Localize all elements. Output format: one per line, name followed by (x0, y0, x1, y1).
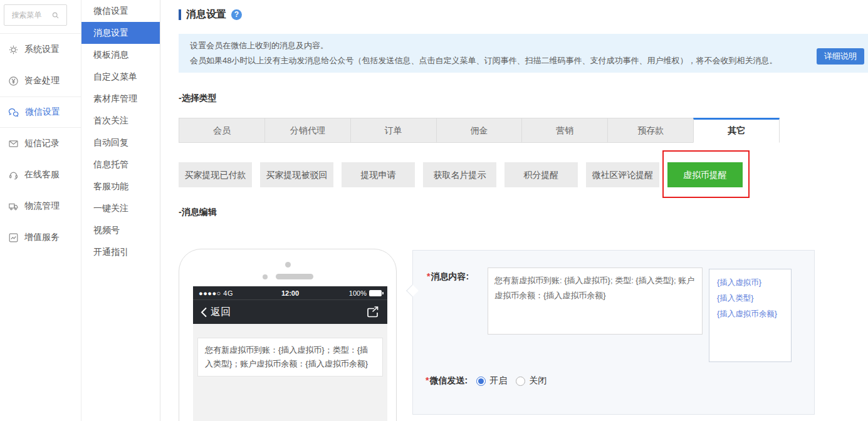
panel-pointer (406, 284, 419, 297)
message-edit-label: -消息编辑 (179, 207, 868, 218)
chevron-left-icon (201, 307, 207, 318)
sidebar-item-funds-processing[interactable]: 资金处理 (0, 65, 81, 96)
subtype-get-card-tip[interactable]: 获取名片提示 (423, 162, 496, 187)
submenu-item-video-account[interactable]: 视频号 (81, 219, 160, 241)
submenu-item-custom-menu[interactable]: 自定义菜单 (81, 66, 160, 88)
envelope-icon (8, 138, 19, 149)
required-mark: * (427, 271, 430, 281)
submenu-item-wechat-settings[interactable]: 微信设置 (81, 0, 160, 22)
primary-nav: 系统设置 资金处理 微信设置 (0, 34, 81, 253)
submenu-item-one-key-follow[interactable]: 一键关注 (81, 197, 160, 219)
tab-distribution-agent[interactable]: 分销代理 (264, 118, 350, 143)
sidebar-item-online-service[interactable]: 在线客服 (0, 159, 81, 190)
insert-type-link[interactable]: {插入类型} (717, 291, 783, 306)
notice-box: 设置会员在微信上收到的消息及内容。 会员如果48小时以上没有主动发消息给公众号（… (179, 34, 868, 73)
message-edit-panel: *消息内容: 您有新虚拟币到账: {插入虚拟币}; 类型: {插入类型}; 账户… (412, 250, 815, 415)
submenu-item-material-library[interactable]: 素材库管理 (81, 88, 160, 110)
main-content: 消息设置 ? 设置会员在微信上收到的消息及内容。 会员如果48小时以上没有主动发… (160, 0, 868, 421)
phone-sensor-dot (263, 274, 268, 279)
tab-prepaid[interactable]: 预存款 (607, 118, 693, 143)
chart-icon (8, 232, 19, 243)
submenu-item-message-settings[interactable]: 消息设置 (81, 22, 160, 44)
truck-icon (8, 201, 19, 212)
sidebar-item-label: 增值服务 (24, 232, 60, 243)
sidebar-item-label: 在线客服 (24, 169, 60, 180)
sidebar-item-label: 微信设置 (25, 107, 60, 118)
gear-icon (8, 44, 19, 55)
wechat-icon (8, 107, 19, 118)
tab-marketing[interactable]: 营销 (521, 118, 607, 143)
subtype-points-reminder[interactable]: 积分提醒 (505, 162, 578, 187)
secondary-sidebar: 微信设置 消息设置 模板消息 自定义菜单 素材库管理 首次关注 自动回复 信息托… (81, 0, 160, 421)
search-box[interactable] (4, 4, 67, 26)
radio-on-label: 开启 (489, 375, 507, 387)
search-input[interactable] (12, 11, 48, 19)
subtype-withdraw-rejected[interactable]: 买家提现被驳回 (260, 162, 333, 187)
submenu-item-first-follow[interactable]: 首次关注 (81, 110, 160, 132)
sidebar-item-value-added[interactable]: 增值服务 (0, 222, 81, 253)
phone-content-area: 您有新虚拟币到账：{插入虚拟币}；类型：{插入类型}；账户虚拟币余额：{插入虚拟… (193, 324, 387, 421)
submenu-item-service-functions[interactable]: 客服功能 (81, 175, 160, 197)
tab-order[interactable]: 订单 (350, 118, 436, 143)
select-type-label: -选择类型 (179, 93, 868, 104)
radio-off-label: 关闭 (529, 375, 546, 387)
insert-balance-link[interactable]: {插入虚拟币余额} (717, 306, 783, 322)
phone-speaker-bar (276, 274, 313, 279)
subtype-withdraw-paid[interactable]: 买家提现已付款 (179, 162, 252, 187)
back-label: 返回 (211, 306, 231, 319)
phone-nav-bar: 返回 (193, 299, 387, 324)
submenu-item-template-message[interactable]: 模板消息 (81, 44, 160, 66)
tab-member[interactable]: 会员 (179, 118, 264, 143)
sidebar-item-system-settings[interactable]: 系统设置 (0, 34, 81, 65)
phone-status-bar: ●●●●○ 4G 12:00 100% (193, 286, 387, 299)
help-icon[interactable]: ? (231, 9, 242, 20)
battery-percent: 100% (349, 289, 367, 297)
message-content-label: *消息内容: (427, 271, 469, 283)
message-preview: 您有新虚拟币到账：{插入虚拟币}；类型：{插入类型}；账户虚拟币余额：{插入虚拟… (197, 338, 383, 377)
sidebar-item-label: 物流管理 (24, 200, 60, 212)
phone-screen: ●●●●○ 4G 12:00 100% 返回 (193, 286, 387, 421)
subtype-withdraw-apply[interactable]: 提现申请 (342, 162, 415, 187)
back-button[interactable]: 返回 (201, 306, 231, 319)
phone-camera-dot (285, 262, 291, 268)
battery-icon (369, 290, 382, 296)
primary-sidebar: 系统设置 资金处理 微信设置 (0, 0, 81, 421)
page-title: 消息设置 (186, 8, 226, 21)
subtype-virtual-currency-reminder[interactable]: 虚拟币提醒 (667, 162, 743, 187)
headset-icon (8, 170, 19, 180)
tab-other[interactable]: 其它 (693, 118, 780, 143)
submenu-item-info-hosting[interactable]: 信息托管 (81, 153, 160, 175)
status-time: 12:00 (259, 289, 320, 297)
tab-commission[interactable]: 佣金 (436, 118, 522, 143)
insert-virtual-currency-link[interactable]: {插入虚拟币} (717, 275, 783, 291)
radio-off[interactable] (516, 377, 525, 386)
radio-option-on[interactable]: 开启 (476, 375, 507, 387)
submenu-item-activation-guide[interactable]: 开通指引 (81, 241, 160, 263)
notice-line2: 会员如果48小时以上没有主动发消息给公众号（包括发送信息、点击自定义菜单、订阅事… (190, 53, 799, 68)
share-icon[interactable] (365, 306, 380, 319)
submenu-item-auto-reply[interactable]: 自动回复 (81, 132, 160, 153)
yen-circle-icon (8, 76, 19, 86)
signal-indicator: ●●●●○ 4G (199, 289, 259, 297)
sidebar-item-label: 短信记录 (24, 138, 60, 149)
sidebar-item-wechat-settings[interactable]: 微信设置 (0, 96, 81, 128)
sidebar-item-sms-records[interactable]: 短信记录 (0, 128, 81, 159)
phone-preview: ●●●●○ 4G 12:00 100% 返回 (179, 249, 397, 421)
subtype-community-comment-reminder[interactable]: 微社区评论提醒 (586, 162, 659, 187)
insert-variable-box: {插入虚拟币} {插入类型} {插入虚拟币余额} (709, 269, 792, 362)
message-content-textarea[interactable]: 您有新虚拟币到账: {插入虚拟币}; 类型: {插入类型}; 账户虚拟币余额：{… (488, 268, 703, 335)
search-icon (51, 11, 60, 19)
radio-option-off[interactable]: 关闭 (516, 375, 546, 387)
detail-button[interactable]: 详细说明 (817, 48, 864, 65)
wechat-send-label: *微信发送: (426, 375, 468, 387)
sidebar-item-label: 系统设置 (24, 44, 60, 55)
sidebar-item-logistics[interactable]: 物流管理 (0, 190, 81, 222)
wechat-send-row: *微信发送: 开启 关闭 (426, 375, 546, 387)
radio-on[interactable] (476, 377, 486, 386)
notice-line1: 设置会员在微信上收到的消息及内容。 (190, 38, 799, 53)
subtype-buttons: 买家提现已付款 买家提现被驳回 提现申请 获取名片提示 积分提醒 微社区评论提醒… (179, 162, 868, 187)
phone-speaker (179, 274, 396, 279)
title-accent-bar (179, 9, 181, 20)
sidebar-item-label: 资金处理 (24, 75, 60, 86)
type-tabs: 会员 分销代理 订单 佣金 营销 预存款 其它 (179, 118, 780, 143)
